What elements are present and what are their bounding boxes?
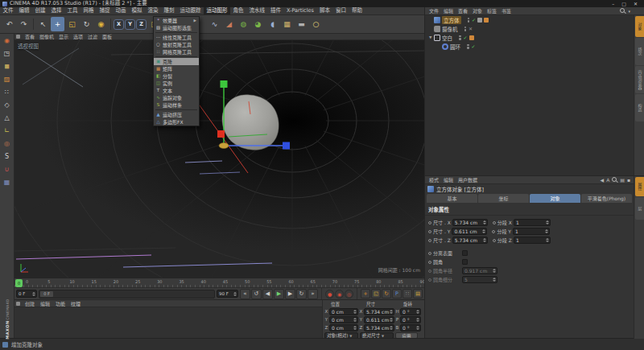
value-field[interactable]: 0 cm: [329, 316, 358, 323]
mograph-item-分裂[interactable]: ◧分裂: [154, 72, 199, 80]
value-field[interactable]: 0 °: [400, 316, 421, 323]
light-icon[interactable]: ○: [309, 17, 323, 31]
spinner-icon[interactable]: [483, 238, 486, 242]
sketch-pen-icon[interactable]: ◢: [222, 17, 236, 31]
timeline-options-toggle[interactable]: ▤: [413, 289, 423, 299]
viewport-menu-面板[interactable]: 面板: [100, 34, 114, 40]
tag-icon[interactable]: [477, 18, 482, 23]
visibility-dots-icon[interactable]: [459, 35, 461, 40]
viewport-menu-摄像机[interactable]: 摄像机: [37, 34, 56, 40]
play-forwards-button[interactable]: ▶: [274, 289, 284, 299]
redo-icon[interactable]: ↷: [17, 17, 31, 31]
points-mode-icon[interactable]: ∷: [1, 86, 13, 98]
spinner-icon[interactable]: [416, 318, 419, 322]
value-field[interactable]: 0.611 cm: [364, 316, 394, 323]
arrow-mode-icon[interactable]: A: [606, 177, 609, 183]
spinner-icon[interactable]: [546, 238, 549, 242]
visibility-dots-icon[interactable]: [464, 27, 467, 31]
object-name[interactable]: 空白: [442, 34, 452, 42]
menu-窗口[interactable]: 窗口: [332, 7, 349, 14]
value-field[interactable]: 5.734 cm: [364, 324, 394, 331]
last-tool-icon[interactable]: ◉: [94, 17, 108, 31]
value-field[interactable]: 0 cm: [329, 324, 358, 331]
key-parameter-toggle[interactable]: P: [392, 289, 402, 299]
value-field[interactable]: 1: [513, 228, 550, 235]
anim-dot-icon[interactable]: [428, 252, 431, 255]
menu-网格[interactable]: 网格: [80, 7, 97, 14]
workplane-icon[interactable]: ▦: [1, 176, 13, 188]
anim-dot-icon[interactable]: [493, 221, 496, 224]
object-name[interactable]: 摄像机: [442, 25, 458, 33]
menu-雕刻[interactable]: 雕刻: [161, 7, 177, 14]
timeline-ruler[interactable]: 0 051015202530354045505560657075808590: [14, 278, 424, 287]
visibility-dots-icon[interactable]: [468, 18, 470, 23]
enabled-check-icon[interactable]: ✓: [472, 43, 476, 49]
tab-坐标[interactable]: 坐标: [478, 194, 529, 203]
end-frame-field[interactable]: 90 F: [217, 290, 238, 298]
value-field[interactable]: 5: [462, 276, 497, 283]
key-pla-toggle[interactable]: ∷: [402, 289, 412, 299]
spinner-icon[interactable]: [482, 229, 485, 233]
prev-frame-button[interactable]: ◀: [262, 289, 273, 299]
material-menu-编辑[interactable]: 编辑: [38, 300, 52, 307]
keyframe-selection-button[interactable]: ◎: [345, 290, 353, 299]
polygons-mode-icon[interactable]: △: [1, 112, 13, 124]
mograph-item-运动挤压[interactable]: ▲运动挤压: [154, 111, 199, 118]
value-field[interactable]: 0 °: [400, 324, 421, 331]
texture-mode-icon[interactable]: ▨: [1, 73, 13, 85]
mograph-item-追踪对象[interactable]: ∿追踪对象: [154, 94, 199, 101]
menu-角色[interactable]: 角色: [230, 7, 246, 14]
play-backwards-button[interactable]: ↺: [251, 289, 262, 299]
am-menu-编辑[interactable]: 编辑: [441, 176, 456, 183]
material-list-empty[interactable]: [14, 307, 322, 338]
om-menu-编辑[interactable]: 编辑: [441, 7, 456, 14]
object-name[interactable]: 立方体: [442, 16, 461, 24]
live-selection-icon[interactable]: ↖: [36, 17, 50, 31]
viewport-menu-选项[interactable]: 选项: [71, 34, 85, 40]
material-menu-纹理[interactable]: 纹理: [68, 300, 83, 307]
scale-icon[interactable]: ◱: [65, 17, 79, 31]
spinner-icon[interactable]: [493, 278, 496, 282]
camera-icon[interactable]: ▬: [295, 17, 308, 31]
menu-动画[interactable]: 动画: [113, 7, 129, 14]
mograph-item-效果器[interactable]: *效果器▶: [154, 17, 199, 24]
close-button[interactable]: ✕: [634, 0, 638, 7]
subdivision-surface-icon[interactable]: ◍: [237, 17, 250, 31]
om-menu-对象[interactable]: 对象: [470, 7, 485, 14]
range-handle[interactable]: 0 F: [40, 291, 53, 297]
spinner-icon[interactable]: [546, 220, 549, 224]
anim-dot-icon[interactable]: [493, 239, 496, 242]
menu-X-Particles[interactable]: X-Particles: [284, 7, 317, 14]
object-name[interactable]: 圆环: [450, 43, 460, 51]
object-row[interactable]: ▼空白✓: [425, 33, 634, 42]
spinner-icon[interactable]: [390, 310, 393, 314]
menu-模拟[interactable]: 模拟: [129, 7, 145, 14]
checkbox[interactable]: [462, 250, 468, 256]
side-tab-场次[interactable]: 场次: [635, 38, 644, 65]
anim-dot-icon[interactable]: [428, 230, 431, 233]
mograph-item-线性克隆工具[interactable]: ⋯线性克隆工具: [154, 34, 199, 41]
snapshot-icon[interactable]: ▤: [620, 177, 625, 183]
object-row[interactable]: 立方体✓: [425, 15, 634, 24]
om-menu-查看[interactable]: 查看: [456, 7, 470, 14]
value-field[interactable]: 0 °: [400, 308, 421, 315]
enabled-check-icon[interactable]: ✓: [464, 35, 468, 40]
enabled-check-icon[interactable]: ✕: [469, 26, 473, 31]
rotate-icon[interactable]: ↻: [80, 17, 93, 31]
value-field[interactable]: 5.734 cm: [364, 308, 394, 315]
edges-mode-icon[interactable]: ◇: [1, 99, 13, 111]
enabled-check-icon[interactable]: ✓: [472, 17, 476, 23]
enable-snap-icon[interactable]: S: [1, 150, 13, 163]
value-field[interactable]: 5.734 cm: [452, 237, 488, 244]
mograph-item-文本[interactable]: T文本: [154, 87, 199, 94]
object-row[interactable]: 圆环✓: [425, 42, 634, 51]
undo-icon[interactable]: ↶: [2, 17, 16, 31]
tag-icon[interactable]: [484, 18, 489, 23]
spinner-icon[interactable]: [493, 269, 496, 273]
menu-帮助[interactable]: 帮助: [349, 7, 365, 14]
model-mode-icon[interactable]: ◼: [1, 60, 13, 72]
autokey-button[interactable]: ◉: [335, 290, 344, 299]
magnet-icon[interactable]: ∪: [1, 163, 13, 175]
lock-z-icon[interactable]: Z: [136, 19, 147, 30]
spinner-icon[interactable]: [483, 220, 486, 224]
